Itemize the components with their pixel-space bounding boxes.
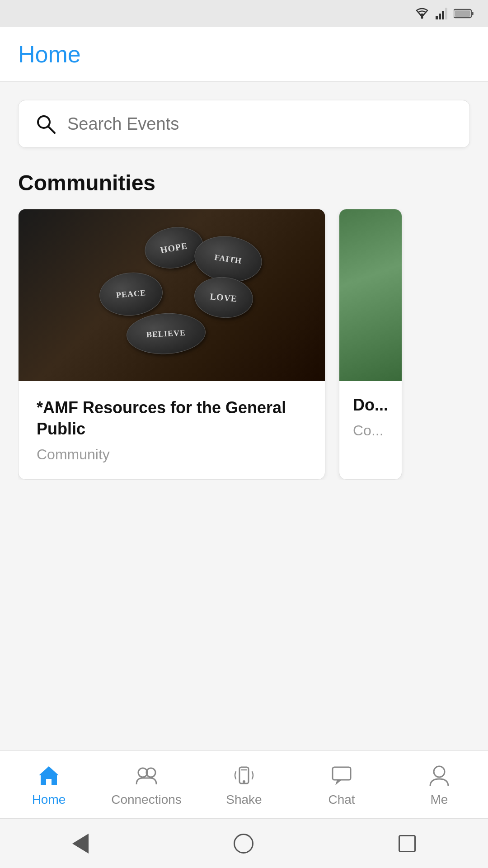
svg-point-0: [421, 17, 423, 19]
page-title: Home: [18, 41, 470, 68]
android-recents-icon: [399, 835, 416, 852]
nav-item-me[interactable]: Me: [390, 751, 488, 818]
android-nav-bar: [0, 818, 488, 868]
svg-rect-7: [455, 10, 470, 17]
nav-item-home[interactable]: Home: [0, 751, 98, 818]
communities-carousel: HOPE FAITH PEACE LOVE BELIEVE *AMF Resou…: [18, 209, 470, 480]
search-input[interactable]: [67, 114, 453, 134]
community-card-image-1: HOPE FAITH PEACE LOVE BELIEVE: [19, 209, 325, 381]
stones-background: HOPE FAITH PEACE LOVE BELIEVE: [19, 209, 325, 381]
status-bar: [0, 0, 488, 27]
community-card-2-partial[interactable]: Do... Co...: [339, 209, 402, 480]
svg-line-9: [48, 127, 55, 133]
svg-rect-3: [442, 11, 444, 19]
nav-label-chat: Chat: [328, 793, 355, 807]
nav-label-home: Home: [32, 793, 66, 807]
svg-rect-1: [436, 16, 438, 19]
stones-hands-area: HOPE FAITH PEACE LOVE BELIEVE: [54, 223, 289, 368]
signal-icon: [436, 8, 448, 19]
connections-icon: [134, 763, 159, 788]
nav-item-connections[interactable]: Connections: [98, 751, 195, 818]
android-back-button[interactable]: [72, 834, 89, 854]
nav-item-chat[interactable]: Chat: [293, 751, 390, 818]
status-icons: [414, 8, 474, 19]
community-type-2: Co...: [353, 422, 388, 439]
search-bar[interactable]: [18, 100, 470, 148]
svg-rect-16: [333, 767, 351, 780]
svg-rect-2: [439, 14, 441, 19]
search-icon: [35, 113, 56, 135]
community-name-1: *AMF Resources for the General Public: [37, 397, 307, 440]
svg-point-18: [434, 766, 445, 777]
community-name-2: Do...: [353, 395, 388, 416]
communities-section: Communities HOPE FAITH PEACE LOVE BELIEV…: [18, 170, 470, 480]
stone-believe: BELIEVE: [126, 311, 206, 356]
chat-icon: [329, 763, 354, 788]
svg-marker-10: [39, 766, 59, 785]
svg-marker-17: [335, 780, 342, 785]
nav-label-shake: Shake: [226, 793, 262, 807]
community-card-body-2: Do... Co...: [339, 381, 402, 453]
me-icon: [427, 763, 452, 788]
svg-rect-6: [471, 12, 474, 15]
svg-point-15: [243, 780, 245, 783]
bottom-nav: Home Connections Shake: [0, 750, 488, 818]
nav-label-me: Me: [431, 793, 448, 807]
nav-item-shake[interactable]: Shake: [195, 751, 293, 818]
stone-love: LOVE: [192, 275, 254, 321]
stone-peace: PEACE: [98, 270, 164, 318]
android-home-button[interactable]: [234, 834, 253, 854]
communities-heading: Communities: [18, 170, 470, 195]
back-icon: [72, 834, 89, 854]
shake-icon: [231, 763, 257, 788]
home-icon: [36, 763, 61, 788]
battery-icon: [454, 8, 474, 19]
community-card-body-1: *AMF Resources for the General Public Co…: [19, 381, 325, 479]
svg-rect-4: [445, 8, 447, 19]
community-type-1: Community: [37, 446, 307, 463]
nav-label-connections: Connections: [111, 793, 182, 807]
main-content: Communities HOPE FAITH PEACE LOVE BELIEV…: [0, 82, 488, 480]
android-home-icon: [234, 834, 253, 854]
app-header: Home: [0, 27, 488, 82]
wifi-icon: [414, 8, 430, 19]
community-card-image-2: [339, 209, 402, 381]
android-recents-button[interactable]: [399, 835, 416, 852]
community-card-1[interactable]: HOPE FAITH PEACE LOVE BELIEVE *AMF Resou…: [18, 209, 325, 480]
